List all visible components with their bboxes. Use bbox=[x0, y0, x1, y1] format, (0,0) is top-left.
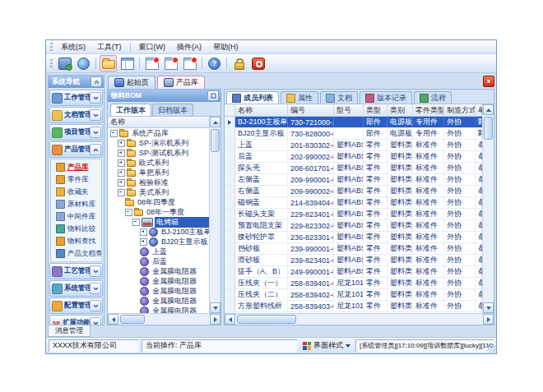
tree-node[interactable]: 金属膜电阻器 bbox=[108, 306, 209, 313]
open-folder-button[interactable] bbox=[100, 55, 117, 71]
scroll-thumb[interactable] bbox=[211, 129, 220, 152]
sidebar-section-system[interactable]: 系统管理 bbox=[49, 280, 103, 297]
exit-button[interactable] bbox=[249, 55, 267, 71]
lock-button[interactable] bbox=[230, 55, 248, 71]
column-header-6[interactable]: 零件类型 bbox=[413, 104, 444, 116]
tree-node[interactable]: 08年四季度 bbox=[108, 197, 209, 207]
section-chevron-button[interactable] bbox=[90, 317, 101, 325]
toolbar-grip[interactable] bbox=[50, 59, 53, 68]
member-tab-2[interactable]: 属性 bbox=[281, 91, 318, 104]
tree-node[interactable]: 美式系列 bbox=[108, 187, 209, 197]
section-chevron-button[interactable] bbox=[90, 300, 101, 311]
expand-icon[interactable] bbox=[118, 140, 125, 147]
scroll-thumb[interactable] bbox=[120, 315, 145, 324]
sidebar-section-docs[interactable]: 文档管理 bbox=[49, 107, 103, 123]
tree-node[interactable]: 上盖 bbox=[108, 247, 209, 256]
table-row[interactable]: BJ20主显示板730-828000-04E部件电源板专用件外协颗 bbox=[225, 128, 482, 140]
table-row[interactable]: 方形塑料线框258-839403-00E尼龙1010零件塑料类标准件外协条 bbox=[225, 301, 482, 312]
column-header-8[interactable]: 单位 bbox=[476, 104, 482, 116]
tree-node[interactable]: SP-测试机系列 bbox=[108, 148, 209, 158]
table-row[interactable]: 压线夹（一）258-839401-00E尼龙1010零件塑料类标准件外协条 bbox=[225, 278, 482, 289]
table-row[interactable]: 磁钢盖214-839404-01E塑料ABS零件塑料类标准件外协条 bbox=[225, 197, 482, 209]
sidebar-section-config[interactable]: 配置管理 bbox=[49, 297, 103, 314]
column-header-2[interactable]: 编号 bbox=[288, 104, 334, 116]
collapse-icon[interactable] bbox=[110, 130, 118, 137]
column-header-7[interactable]: 制造方式 bbox=[444, 104, 476, 116]
expand-icon[interactable] bbox=[118, 150, 125, 157]
table-row[interactable]: 上盖201-830302-00E塑料ABS零件塑料类标准件外协条 bbox=[225, 140, 482, 151]
section-chevron-button[interactable] bbox=[90, 283, 101, 294]
tree-node[interactable]: 电烤箱 bbox=[108, 217, 209, 227]
sidebar-section-product[interactable]: 产品管理 bbox=[49, 141, 103, 158]
scroll-right-button[interactable] bbox=[483, 314, 494, 325]
scroll-up-button[interactable] bbox=[483, 104, 494, 115]
sidebar-section-work[interactable]: 工作管理 bbox=[49, 90, 103, 106]
table-row[interactable]: 长磁头支架229-823401-00E塑料ABS零件塑料类标准件外协条 bbox=[225, 209, 482, 220]
scroll-thumb[interactable] bbox=[484, 117, 493, 140]
section-chevron-button[interactable] bbox=[90, 265, 101, 277]
table-horizontal-scrollbar[interactable] bbox=[225, 313, 494, 325]
close-tab-button[interactable]: x bbox=[483, 76, 494, 87]
sidebar-section-extend[interactable]: SP扩展功能 bbox=[49, 315, 103, 325]
message-manager-tab[interactable]: 消息管理 bbox=[48, 325, 90, 337]
scroll-left-button[interactable] bbox=[225, 314, 235, 325]
expand-icon[interactable] bbox=[140, 228, 147, 236]
version-tab[interactable]: 归档版本 bbox=[152, 104, 193, 116]
menu-item-0[interactable]: 系统(S) bbox=[55, 41, 91, 53]
scroll-up-button[interactable] bbox=[210, 117, 220, 127]
scroll-right-button[interactable] bbox=[210, 314, 220, 325]
sidebar-item-parts-lib[interactable]: 零件库 bbox=[51, 173, 101, 186]
scroll-left-button[interactable] bbox=[108, 314, 118, 325]
collapse-icon[interactable] bbox=[125, 209, 132, 216]
doc-tab[interactable]: 产品库 bbox=[157, 76, 205, 89]
member-tab-3[interactable]: 文档 bbox=[320, 91, 358, 104]
table-row[interactable]: 接砂轮护罩236-823301-00E塑料ABS零件塑料类标准件外协条 bbox=[225, 232, 482, 243]
resize-grip[interactable] bbox=[487, 344, 495, 353]
collapse-icon[interactable] bbox=[132, 219, 140, 226]
tree-node[interactable]: 金属膜电阻器 bbox=[108, 276, 209, 286]
sidebar-item-middleware-lib[interactable]: 中间件库 bbox=[51, 210, 101, 223]
section-chevron-button[interactable] bbox=[90, 92, 101, 104]
table-row[interactable]: 压线夹（二）258-839402-00E尼龙1010零件塑料类标准件外协条 bbox=[225, 289, 482, 301]
tree-column-header[interactable]: 名称 bbox=[108, 117, 209, 128]
tree-node[interactable]: 系统产品库 bbox=[108, 128, 209, 138]
scroll-down-button[interactable] bbox=[483, 302, 494, 313]
tree-node[interactable]: 欧式系列 bbox=[108, 158, 209, 168]
tree-node[interactable]: 金属膜电阻器 bbox=[108, 296, 209, 306]
tree-node[interactable]: 单把系列 bbox=[108, 168, 209, 178]
tree-node[interactable]: 检验标准 bbox=[108, 178, 209, 187]
expand-icon[interactable] bbox=[118, 169, 125, 177]
sidebar-item-favorites[interactable]: 收藏夹 bbox=[51, 186, 101, 198]
member-tab-4[interactable]: 版本记录 bbox=[360, 91, 412, 104]
table-row[interactable]: BJ-2100主板单点730-721000-12E部件电源板专用件外协颗 bbox=[225, 117, 482, 128]
window-badge-button[interactable] bbox=[162, 55, 179, 71]
ui-style-button[interactable]: 界面样式 bbox=[300, 340, 353, 352]
collapse-icon[interactable] bbox=[118, 189, 125, 196]
member-tab-1[interactable]: 成员列表 bbox=[226, 91, 279, 104]
table-row[interactable]: 左侧盖209-990001-01E塑料ABS零件塑料类标准件外协条 bbox=[225, 174, 482, 186]
table-row[interactable]: 右侧盖209-990002-01E塑料ABS零件塑料类标准件外协条 bbox=[225, 186, 482, 197]
menu-item-2[interactable]: 窗口(W) bbox=[133, 41, 172, 53]
expand-icon[interactable] bbox=[118, 179, 125, 187]
monitor-button[interactable] bbox=[56, 55, 73, 71]
tree-node[interactable]: BJ20主显示板 bbox=[108, 237, 209, 247]
scroll-down-button[interactable] bbox=[210, 302, 220, 313]
sidebar-item-material-lib[interactable]: 原材料库 bbox=[51, 198, 101, 210]
menu-item-1[interactable]: 工具(T) bbox=[91, 41, 128, 53]
tree-node[interactable]: 金属膜电阻器 bbox=[108, 266, 209, 276]
section-chevron-button[interactable] bbox=[90, 127, 101, 138]
menu-item-3[interactable]: 插件(A) bbox=[171, 41, 207, 53]
scroll-thumb[interactable] bbox=[237, 315, 296, 324]
tree-vertical-scrollbar[interactable] bbox=[209, 117, 220, 313]
sidebar-item-product-lib[interactable]: 产品库 bbox=[51, 161, 101, 173]
tree-horizontal-scrollbar[interactable] bbox=[108, 313, 220, 325]
tree-node[interactable]: 08年一季度 bbox=[108, 207, 209, 217]
version-tab[interactable]: 工作版本 bbox=[110, 104, 151, 116]
table-row[interactable]: 提手（A、B）249-990001-01E塑料ABS零件塑料类标准件外协条 bbox=[225, 266, 482, 278]
help-button[interactable] bbox=[206, 55, 223, 71]
expand-icon[interactable] bbox=[140, 238, 147, 246]
menu-grip[interactable] bbox=[50, 43, 53, 52]
doc-tab[interactable]: 起始页 bbox=[108, 76, 155, 89]
tree-node[interactable]: 后盖 bbox=[108, 256, 209, 266]
column-header-1[interactable]: 名称 bbox=[235, 104, 288, 116]
